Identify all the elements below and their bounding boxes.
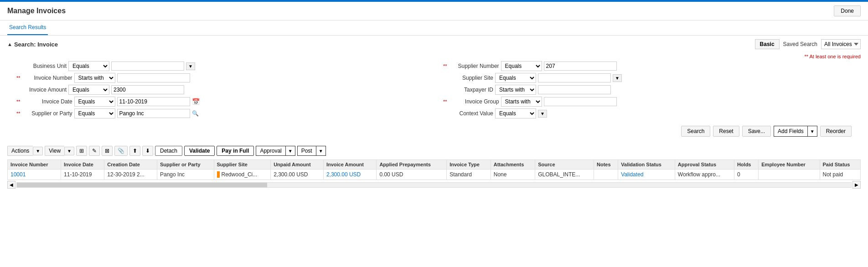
actions-arrow-button[interactable]: ▼ [33, 147, 43, 155]
col-unpaid-amount: Unpaid Amount [271, 160, 324, 169]
supplier-site-operator[interactable]: Equals [495, 73, 536, 83]
col-invoice-type: Invoice Type [447, 160, 491, 169]
invoice-amount-input[interactable] [111, 85, 184, 94]
invoice-group-required: ** [443, 99, 447, 104]
edit-icon-button[interactable]: ✎ [89, 146, 100, 156]
done-button[interactable]: Done [834, 5, 861, 16]
col-invoice-date: Invoice Date [61, 160, 104, 169]
supplier-party-operator[interactable]: Equals [74, 108, 115, 118]
calendar-icon[interactable]: 📅 [192, 98, 200, 105]
scroll-right-button[interactable]: ▶ [852, 181, 861, 189]
invoice-number-row: ** Invoice Number Starts with [16, 73, 425, 83]
add-fields-button[interactable]: Add Fields [774, 126, 807, 137]
col-applied-prepayments: Applied Prepayments [377, 160, 447, 169]
post-split: Post ▼ [297, 146, 326, 156]
context-value-operator[interactable]: Equals [495, 108, 536, 118]
col-paid-status: Paid Status [820, 160, 860, 169]
cell-applied-prepayments: 0.00 USD [377, 169, 447, 180]
taxpayer-id-input[interactable] [538, 85, 611, 94]
context-value-dropdown[interactable]: ▼ [538, 110, 547, 118]
post-arrow-button[interactable]: ▼ [316, 146, 326, 156]
page-header: Manage Invoices Done [0, 2, 868, 21]
invoice-date-input[interactable] [117, 97, 190, 106]
add-fields-split: Add Fields ▼ [774, 126, 817, 137]
scroll-left-button[interactable]: ◀ [7, 181, 16, 189]
reset-button[interactable]: Reset [713, 126, 739, 137]
search-section: ▲ Search: Invoice Basic Saved Search All… [0, 36, 868, 142]
post-button[interactable]: Post [297, 146, 316, 156]
import-icon-button[interactable]: ⬇ [142, 146, 153, 156]
supplier-number-input[interactable] [544, 62, 617, 71]
export-icon: ⬆ [133, 148, 137, 154]
add-fields-arrow[interactable]: ▼ [807, 126, 817, 137]
approval-arrow-button[interactable]: ▼ [285, 146, 295, 156]
invoice-amount-operator[interactable]: Equals [68, 85, 109, 95]
cell-approval-status: Workflow appro... [675, 169, 734, 180]
attachment-icon: 📎 [118, 148, 124, 154]
view-arrow-button[interactable]: ▼ [64, 147, 74, 155]
invoice-group-input[interactable] [544, 97, 617, 106]
business-unit-operator[interactable]: Equals [68, 61, 109, 71]
supplier-site-dropdown[interactable]: ▼ [613, 74, 622, 82]
search-button[interactable]: Search [681, 126, 710, 137]
tab-search-results[interactable]: Search Results [7, 21, 48, 35]
invoice-number-input[interactable] [117, 73, 190, 82]
invoice-date-required: ** [16, 99, 21, 104]
col-invoice-number: Invoice Number [8, 160, 61, 169]
business-unit-label: Business Unit [16, 63, 67, 69]
invoice-group-operator[interactable]: Starts with [501, 97, 542, 107]
approval-split: Approval ▼ [256, 146, 295, 156]
basic-button[interactable]: Basic [755, 39, 780, 49]
supplier-number-row: ** Supplier Number Equals [443, 61, 852, 71]
approval-button[interactable]: Approval [256, 146, 285, 156]
validate-button[interactable]: Validate [184, 146, 215, 156]
reorder-button[interactable]: Reorder [820, 126, 852, 137]
edit-icon: ✎ [92, 148, 97, 154]
cell-unpaid-amount: 2,300.00 USD [271, 169, 324, 180]
business-unit-dropdown[interactable]: ▼ [186, 62, 195, 70]
saved-search-select[interactable]: All Invoices [821, 39, 861, 49]
actions-button[interactable]: Actions [7, 146, 33, 156]
attachment-icon-button[interactable]: 📎 [114, 146, 128, 156]
delete-icon-button[interactable]: ⊠ [102, 146, 113, 156]
cell-holds: 0 [734, 169, 758, 180]
invoice-amount-link[interactable]: 2,300.00 USD [326, 171, 361, 178]
import-icon: ⬇ [145, 148, 150, 154]
business-unit-input[interactable] [111, 62, 184, 71]
col-supplier-site: Supplier Site [214, 160, 271, 169]
invoice-number-operator[interactable]: Starts with [74, 73, 115, 83]
supplier-site-input[interactable] [538, 73, 611, 82]
delete-icon: ⊠ [105, 148, 109, 154]
save-button[interactable]: Save... [742, 126, 771, 137]
cell-invoice-amount: 2,300.00 USD [323, 169, 377, 180]
export-icon-button[interactable]: ⬆ [129, 146, 140, 156]
cell-invoice-number: 10001 [8, 169, 61, 180]
columns-icon-button[interactable]: ⊞ [76, 146, 87, 156]
invoice-date-row: ** Invoice Date Equals 📅 [16, 97, 425, 107]
toolbar: Actions ▼ View ▼ ⊞ ✎ ⊠ 📎 ⬆ ⬇ Detach Vali… [7, 144, 861, 158]
invoice-number-link[interactable]: 10001 [10, 171, 26, 178]
validation-status-text: Validated [621, 171, 643, 178]
supplier-site-label: Supplier Site [443, 75, 493, 81]
horizontal-scrollbar: ◀ ▶ [7, 180, 861, 190]
supplier-party-label: Supplier or Party [22, 110, 72, 117]
invoice-date-operator[interactable]: Equals [74, 97, 115, 107]
supplier-party-input[interactable] [117, 109, 190, 118]
detach-button[interactable]: Detach [155, 146, 182, 156]
collapse-arrow[interactable]: ▲ [7, 41, 12, 47]
col-invoice-amount: Invoice Amount [323, 160, 377, 169]
supplier-party-search-icon[interactable]: 🔍 [192, 110, 199, 117]
cell-validation-status: Validated [618, 169, 675, 180]
cell-employee-number [759, 169, 820, 180]
supplier-party-row: ** Supplier or Party Equals 🔍 [16, 108, 425, 118]
pay-in-full-button[interactable]: Pay in Full [217, 146, 254, 156]
results-section: Actions ▼ View ▼ ⊞ ✎ ⊠ 📎 ⬆ ⬇ Detach Vali… [0, 142, 868, 191]
actions-dropdown: Actions ▼ [7, 146, 43, 156]
cell-invoice-date: 11-10-2019 [61, 169, 104, 180]
taxpayer-id-operator[interactable]: Starts with [495, 85, 536, 95]
invoice-date-label: Invoice Date [22, 98, 72, 105]
supplier-number-operator[interactable]: Equals [501, 61, 542, 71]
scroll-track[interactable] [16, 182, 852, 188]
cell-source: GLOBAL_INTE... [535, 169, 594, 180]
view-button[interactable]: View [45, 146, 64, 156]
